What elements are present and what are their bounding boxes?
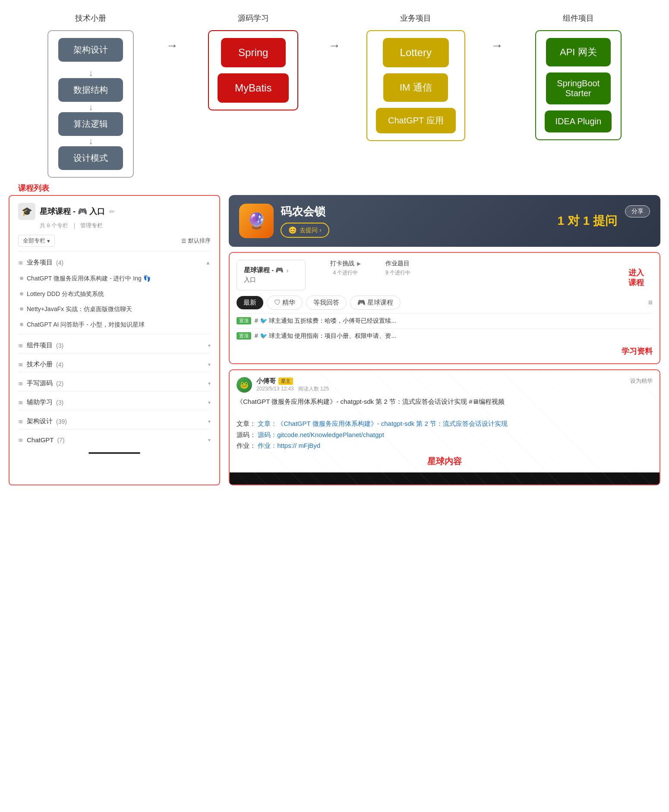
tab-featured[interactable]: ♡ 精华 [267, 296, 303, 310]
sort-icon: ☰ [181, 238, 186, 244]
notice-1: 置顶 # 🐦 球主通知 五折续费：哈喽，小傅哥已经设置续... [237, 313, 653, 328]
panel-title: 星球课程 - 🎮 入口 [40, 206, 105, 217]
list-item[interactable]: ChatGPT AI 问答助手 - 小型，对接知识星球 [18, 317, 211, 333]
col2-label: 源码学习 [238, 13, 269, 23]
group-business-header[interactable]: ≋ 业务项目 (4) ▲ [18, 257, 211, 268]
scroll-indicator [88, 452, 140, 454]
business-items: ChatGPT 微服务应用体系构建 - 进行中 Ing 👣 Lottery DD… [18, 268, 211, 332]
tab-planet[interactable]: 🎮 星球课程 [350, 296, 401, 310]
col3-label: 业务项目 [400, 13, 431, 23]
ask-button[interactable]: 😊 去提问 › [281, 223, 329, 238]
homework-link[interactable]: 作业：https:// mFjByd [258, 442, 320, 449]
planet-avatar: 🔮 [239, 204, 274, 238]
col1-group: 架构设计 ↓ 数据结构 ↓ 算法逻辑 ↓ 设计模式 [47, 30, 134, 178]
panel-icon: 🎓 [18, 203, 35, 220]
source-link[interactable]: 源码：gitcode.net/KnowledgePlanet/chatgpt [258, 431, 384, 438]
share-button[interactable]: 分享 [625, 205, 650, 217]
notice-1-text: # 🐦 球主通知 五折续费：哈喽，小傅哥已经设置续... [255, 317, 396, 325]
box-springboot: SpringBoot Starter [546, 72, 611, 104]
list-item[interactable]: Lottery DDD 分布式抽奖系统 [18, 286, 211, 302]
enter-course-annotation: 进入课程 [628, 268, 644, 288]
layers-icon: ≋ [18, 437, 23, 444]
post-card: 🐸 小傅哥 星主 2023/5/13 12:43 阅读人数 125 设为精华 《… [229, 369, 660, 485]
layers-icon: ≋ [18, 399, 23, 406]
left-panel: 🎓 星球课程 - 🎮 入口 ✏ 共 8 个专栏 ｜ 管理专栏 全部专栏 ▾ ☰ … [9, 195, 220, 485]
panel-header: 🎓 星球课程 - 🎮 入口 ✏ [18, 203, 211, 220]
diagram-col-component: 组件项目 API 网关 SpringBoot Starter IDEA Plug… [505, 13, 652, 140]
planet-header: 🔮 码农会锁 😊 去提问 › 1 对 1 提问 分享 [229, 195, 660, 247]
filter-button[interactable]: 全部专栏 ▾ [18, 235, 55, 247]
group-sourcecode-header[interactable]: ≋ 手写源码 (2) ▾ [18, 378, 211, 389]
list-item[interactable]: ChatGPT 微服务应用体系构建 - 进行中 Ing 👣 [18, 271, 211, 286]
group-tech: ≋ 技术小册 (4) ▾ [18, 353, 211, 372]
box-mybatis: MyBatis [218, 73, 289, 103]
group-component-header[interactable]: ≋ 组件项目 (3) ▾ [18, 340, 211, 351]
course-groups: ≋ 业务项目 (4) ▲ ChatGPT 微服务应用体系构建 - 进行中 Ing… [18, 251, 211, 447]
edit-icon[interactable]: ✏ [109, 208, 115, 216]
planet-name: 码农会锁 [281, 204, 329, 219]
diagram-section: 技术小册 架构设计 ↓ 数据结构 ↓ 算法逻辑 ↓ 设计模式 源码学习 Spri… [0, 0, 669, 186]
box-lottery: Lottery [383, 38, 449, 67]
group-chatgpt-title: ≋ ChatGPT (7) [18, 436, 65, 444]
chevron-down-icon: ▾ [208, 419, 211, 425]
course-entry-box[interactable]: 星球课程 - 🎮 › 入口 [237, 260, 306, 290]
connector-2-3 [327, 13, 342, 53]
nav-homework[interactable]: 作业题目 9 个进行中 [385, 260, 410, 277]
group-business-title: ≋ 业务项目 (4) [18, 258, 63, 267]
learning-material-annotation: 学习资料 [237, 346, 653, 356]
diagram-col-business: 业务项目 Lottery IM 通信 ChatGPT 应用 [342, 13, 489, 141]
layers-icon: ≋ [18, 259, 23, 266]
chevron-down-icon: ▾ [208, 437, 211, 443]
homework-label: 作业： [237, 442, 256, 449]
list-item[interactable]: Netty+JavaFx 实战：仿桌面版微信聊天 [18, 302, 211, 317]
list-icon[interactable]: ≡ [648, 298, 653, 307]
tab-awaiting[interactable]: 等我回答 [306, 296, 347, 310]
group-aux: ≋ 辅助学习 (3) ▾ [18, 391, 211, 410]
one-on-one-label: 1 对 1 提问 [558, 213, 617, 229]
pin-badge-1: 置顶 [237, 317, 251, 324]
col1-label: 技术小册 [75, 13, 106, 23]
homework-suffix: mFjByd [298, 442, 320, 449]
sort-button[interactable]: ☰ 默认排序 [181, 237, 211, 245]
filter-bar: 全部专栏 ▾ ☰ 默认排序 [18, 235, 211, 247]
nav-challenge[interactable]: 打卡挑战 ▶ 4 个进行中 [330, 260, 361, 277]
course-entry-title: 星球课程 - 🎮 › [244, 266, 298, 274]
group-aux-title: ≋ 辅助学习 (3) [18, 398, 63, 406]
panel-sub: 共 8 个专栏 ｜ 管理专栏 [40, 222, 211, 230]
homework-title: 作业题目 [385, 260, 410, 268]
group-chatgpt: ≋ ChatGPT (7) ▾ [18, 429, 211, 447]
chevron-down-icon: ▾ [208, 381, 211, 387]
col4-label: 组件项目 [563, 13, 594, 23]
group-tech-header[interactable]: ≋ 技术小册 (4) ▾ [18, 359, 211, 370]
post-content: 《ChatGPT 微服务应用体系构建》- chatgpt-sdk 第 2 节：流… [237, 396, 653, 451]
dot-icon [20, 277, 23, 280]
course-card-area: 星球课程 - 🎮 › 入口 打卡挑战 ▶ 4 个进行中 [229, 252, 660, 364]
group-component-title: ≋ 组件项目 (3) [18, 341, 63, 349]
diagram-col-tech: 技术小册 架构设计 ↓ 数据结构 ↓ 算法逻辑 ↓ 设计模式 [17, 13, 164, 178]
group-arch: ≋ 架构设计 (39) ▾ [18, 410, 211, 429]
chevron-up-icon: ▲ [205, 260, 211, 266]
box-shuju: 数据结构 [58, 78, 123, 102]
v-arrow1: ↓ [88, 69, 93, 77]
notice-2-text: # 🐦 球主通知 使用指南：项目小册、权限申请、资... [255, 332, 396, 340]
col3-group: Lottery IM 通信 ChatGPT 应用 [366, 30, 465, 141]
col4-group: API 网关 SpringBoot Starter IDEA Plugin [535, 30, 622, 140]
post-meta: 2023/5/13 12:43 阅读人数 125 [256, 385, 329, 393]
notice-2: 置顶 # 🐦 球主通知 使用指南：项目小册、权限申请、资... [237, 328, 653, 343]
planet-info: 码农会锁 😊 去提问 › [281, 204, 329, 238]
diagram-col-source: 源码学习 Spring MyBatis [180, 13, 327, 110]
author-avatar: 🐸 [237, 377, 252, 393]
chevron-down-icon: ▾ [208, 343, 211, 349]
article-link[interactable]: 文章：《ChatGPT 微服务应用体系构建》- chatgpt-sdk 第 2 … [258, 420, 508, 427]
set-featured-button[interactable]: 设为精华 [630, 377, 653, 385]
tab-latest[interactable]: 最新 [237, 296, 263, 309]
v-arrow3: ↓ [88, 137, 93, 145]
challenge-sub: 4 个进行中 [330, 269, 361, 277]
group-chatgpt-header[interactable]: ≋ ChatGPT (7) ▾ [18, 434, 211, 445]
source-label: 源码： [237, 431, 256, 438]
col2-group: Spring MyBatis [208, 30, 298, 110]
author-badge: 星主 [278, 378, 293, 385]
group-aux-header[interactable]: ≋ 辅助学习 (3) ▾ [18, 397, 211, 408]
manage-link[interactable]: 管理专栏 [80, 222, 103, 229]
group-arch-header[interactable]: ≋ 架构设计 (39) ▾ [18, 415, 211, 427]
